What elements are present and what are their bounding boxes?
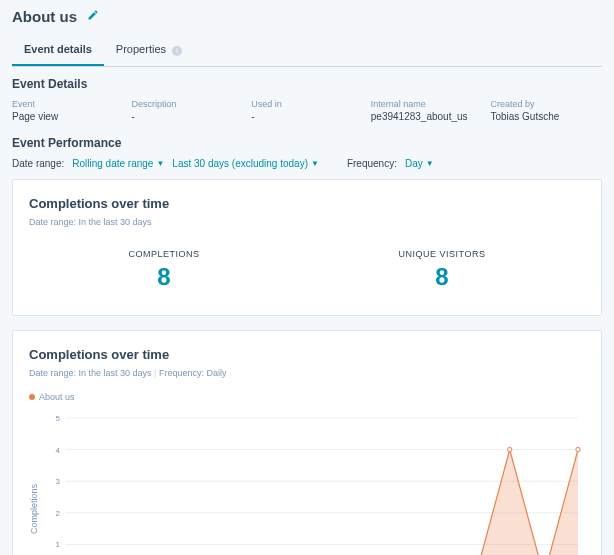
completions-value: 8 (129, 263, 200, 291)
stat-completions: COMPLETIONS 8 (129, 249, 200, 291)
summary-sub: Date range: In the last 30 days (29, 217, 585, 227)
detail-value-description: - (132, 111, 244, 122)
chart-legend: About us (29, 392, 585, 402)
y-axis-label: Completions (29, 412, 39, 555)
tab-event-details[interactable]: Event details (12, 35, 104, 66)
frequency-value: Day (405, 158, 423, 169)
detail-value-event: Page view (12, 111, 124, 122)
svg-text:2: 2 (56, 509, 61, 518)
rolling-range-dropdown[interactable]: Rolling date range ▼ (72, 158, 164, 169)
svg-text:1: 1 (56, 540, 61, 549)
detail-value-internal-name: pe3941283_about_us (371, 111, 483, 122)
detail-label-event: Event (12, 99, 124, 109)
tabs: Event details Properties i (12, 35, 602, 67)
unique-value: 8 (399, 263, 486, 291)
last-30-label: Last 30 days (excluding today) (172, 158, 308, 169)
rolling-range-label: Rolling date range (72, 158, 153, 169)
detail-label-description: Description (132, 99, 244, 109)
filter-row: Date range: Rolling date range ▼ Last 30… (12, 158, 602, 169)
completions-label: COMPLETIONS (129, 249, 200, 259)
details-grid: Event Page view Description - Used in - … (12, 99, 602, 122)
frequency-dropdown[interactable]: Day ▼ (405, 158, 434, 169)
svg-text:4: 4 (56, 446, 61, 455)
last-30-dropdown[interactable]: Last 30 days (excluding today) ▼ (172, 158, 319, 169)
chevron-down-icon: ▼ (426, 159, 434, 168)
stat-unique-visitors: UNIQUE VISITORS 8 (399, 249, 486, 291)
svg-point-27 (576, 447, 580, 451)
event-details-heading: Event Details (12, 77, 602, 91)
tab-properties[interactable]: Properties i (104, 35, 194, 66)
chevron-down-icon: ▼ (156, 159, 164, 168)
edit-icon[interactable] (87, 9, 99, 24)
unique-label: UNIQUE VISITORS (399, 249, 486, 259)
legend-dot-icon (29, 394, 35, 400)
date-range-label: Date range: (12, 158, 64, 169)
page-title: About us (12, 8, 77, 25)
detail-label-created-by: Created by (490, 99, 602, 109)
detail-value-created-by: Tobias Gutsche (490, 111, 602, 122)
chart-card: Completions over time Date range: In the… (12, 330, 602, 555)
detail-value-used-in: - (251, 111, 363, 122)
chart-sub-freq: Frequency: Daily (159, 368, 227, 378)
chart-sub: Date range: In the last 30 days | Freque… (29, 368, 585, 378)
svg-point-25 (508, 447, 512, 451)
summary-title: Completions over time (29, 196, 585, 211)
line-chart: 012345 (43, 412, 585, 555)
detail-label-internal-name: Internal name (371, 99, 483, 109)
svg-text:3: 3 (56, 477, 61, 486)
legend-series-label: About us (39, 392, 75, 402)
summary-card: Completions over time Date range: In the… (12, 179, 602, 316)
tab-properties-label: Properties (116, 43, 166, 55)
svg-text:5: 5 (56, 414, 61, 423)
chart-sub-range: Date range: In the last 30 days (29, 368, 152, 378)
chevron-down-icon: ▼ (311, 159, 319, 168)
event-performance-heading: Event Performance (12, 136, 602, 150)
frequency-label: Frequency: (347, 158, 397, 169)
detail-label-used-in: Used in (251, 99, 363, 109)
info-icon: i (172, 46, 182, 56)
chart-title: Completions over time (29, 347, 585, 362)
